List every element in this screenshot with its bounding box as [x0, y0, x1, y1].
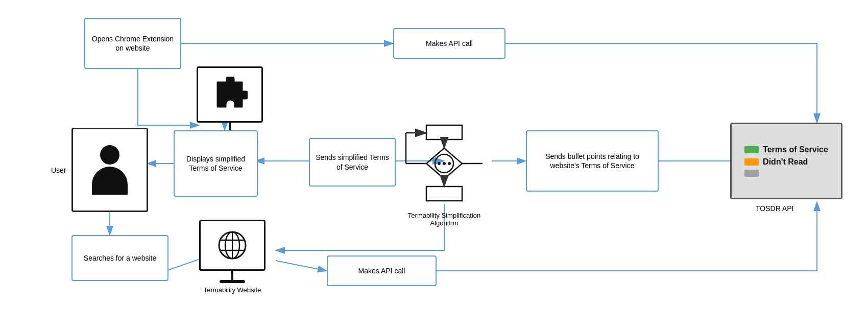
globe-icon — [216, 229, 249, 262]
tosdr-gray-bar — [744, 170, 759, 177]
svg-rect-13 — [426, 125, 462, 139]
svg-line-11 — [276, 261, 327, 271]
tosdr-api-label: TOSDR API — [756, 204, 793, 213]
makes-api-call-bottom-box: Makes API call — [327, 255, 437, 286]
website-monitor-base — [220, 280, 245, 283]
user-label: User — [51, 166, 66, 174]
puzzle-icon — [212, 77, 248, 112]
svg-point-16 — [438, 162, 441, 165]
sends-simplified-box: Sends simplified Terms of Service — [309, 138, 396, 187]
algo-diagram-icon — [396, 123, 493, 209]
makes-api-call-top-box: Makes API call — [393, 28, 505, 59]
tosdr-green-bar — [744, 146, 759, 153]
user-head-icon — [100, 145, 119, 165]
searches-website-box: Searches for a website — [71, 235, 168, 281]
diagram: Opens Chrome Extension on website Makes … — [0, 0, 868, 326]
chrome-monitor-screen — [197, 66, 263, 123]
website-monitor: Termability Website — [199, 220, 266, 294]
sends-bullet-box: Sends bullet points relating to website'… — [526, 130, 659, 192]
tosdr-subtitle: Didn't Read — [763, 157, 808, 167]
tosdr-box: Terms of Service Didn't Read — [730, 123, 842, 199]
algo-box: Termability Simplification Algorithm — [396, 123, 493, 227]
tosdr-title: Terms of Service — [763, 145, 828, 154]
displays-simplified-box: Displays simplified Terms of Service — [174, 130, 258, 197]
svg-point-17 — [443, 162, 446, 165]
user-body-icon — [92, 167, 128, 195]
user-box — [71, 128, 148, 212]
website-monitor-stand — [231, 271, 233, 280]
algo-label: Termability Simplification Algorithm — [396, 212, 493, 227]
website-monitor-label: Termability Website — [204, 286, 261, 294]
website-monitor-screen — [199, 220, 266, 271]
svg-point-18 — [448, 162, 451, 165]
opens-chrome-box: Opens Chrome Extension on website — [84, 18, 181, 69]
svg-rect-20 — [426, 187, 462, 201]
tosdr-orange-bar — [744, 158, 759, 166]
